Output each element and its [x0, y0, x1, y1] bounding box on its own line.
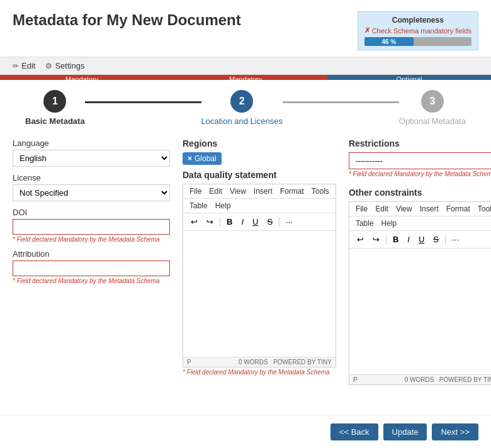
- back-button[interactable]: << Back: [330, 423, 378, 440]
- dqs-mandatory-msg: * Field declared Mandatory by the Metada…: [183, 369, 336, 376]
- step-3-label: Optional Metadata: [399, 116, 466, 126]
- other-footer-words: 0 WORDS POWERED BY TINY: [405, 376, 491, 383]
- other-menu-tools[interactable]: Tools: [474, 203, 491, 215]
- dqs-toolbar-sep1: [220, 217, 220, 227]
- other-editor-footer: P 0 WORDS POWERED BY TINY: [349, 374, 491, 384]
- dqs-footer-p: P: [187, 359, 191, 366]
- other-more-button[interactable]: ···: [448, 233, 463, 246]
- doi-label: DOI: [13, 208, 170, 217]
- other-strikethrough-button[interactable]: S: [429, 233, 443, 246]
- regions-title: Regions: [183, 138, 336, 148]
- steps-row: 1 Basic Metadata 2 Location and Licenses…: [0, 80, 491, 132]
- other-menu-view[interactable]: View: [392, 203, 416, 215]
- doi-input[interactable]: [13, 219, 170, 235]
- completeness-check: ✗ Check Schema mandatory fields: [364, 26, 471, 35]
- attribution-mandatory-msg: * Field declared Mandatory by the Metada…: [13, 277, 170, 284]
- step-2-label: Location and Licenses: [201, 116, 283, 126]
- dqs-editor: File Edit View Insert Format Tools Table…: [183, 184, 336, 367]
- dqs-menubar: File Edit View Insert Format Tools: [183, 184, 336, 199]
- dqs-redo-button[interactable]: ↪: [203, 215, 217, 228]
- other-menubar: File Edit View Insert Format Tools: [349, 202, 491, 216]
- dqs-bold-button[interactable]: B: [223, 215, 236, 228]
- step-2-circle: 2: [230, 90, 253, 113]
- dqs-menu-edit[interactable]: Edit: [205, 186, 226, 197]
- pencil-icon: ✏: [13, 62, 19, 70]
- dqs-toolbar: ↩ ↪ B I U S ···: [183, 213, 336, 231]
- step-progress-bar: Mandatory Mandatory Optional: [0, 75, 491, 80]
- attribution-input[interactable]: [13, 260, 170, 276]
- toolbar: ✏ Edit ⚙ Settings: [0, 57, 491, 75]
- dqs-menu-table[interactable]: Table: [186, 200, 212, 211]
- other-editor-body[interactable]: [349, 249, 491, 374]
- license-label: License: [13, 173, 170, 182]
- attribution-label: Attribution: [13, 249, 170, 259]
- dqs-italic-button[interactable]: I: [237, 215, 247, 228]
- other-undo-button[interactable]: ↩: [353, 233, 368, 246]
- page-footer: << Back Update Next >>: [0, 415, 491, 448]
- step-connector-2-3: [283, 101, 399, 103]
- step-1-circle: 1: [43, 90, 66, 113]
- dqs-menu-view[interactable]: View: [226, 186, 250, 197]
- step-bar-seg3: Optional: [327, 75, 491, 80]
- step-1-label: Basic Metadata: [25, 116, 85, 126]
- other-menu-file[interactable]: File: [352, 203, 371, 215]
- step-1: 1 Basic Metadata: [25, 90, 85, 126]
- language-label: Language: [13, 138, 170, 148]
- dqs-footer-words: 0 WORDS POWERED BY TINY: [239, 359, 332, 366]
- middle-column: Regions × Global Data quality statement …: [183, 138, 336, 385]
- step-bar-seg1: Mandatory: [0, 75, 164, 80]
- restrictions-select[interactable]: ---------- Public Restricted Private: [349, 152, 491, 169]
- other-menu-help[interactable]: Help: [378, 218, 401, 229]
- other-menu-insert[interactable]: Insert: [416, 203, 443, 215]
- other-toolbar-sep2: [445, 235, 446, 245]
- other-italic-button[interactable]: I: [404, 233, 414, 246]
- page-title: Metadata for My New Document: [13, 11, 241, 29]
- main-content: Language English French Spanish German L…: [0, 132, 491, 391]
- other-menu-format[interactable]: Format: [443, 203, 474, 215]
- other-underline-button[interactable]: U: [415, 233, 428, 246]
- language-select[interactable]: English French Spanish German: [13, 150, 170, 167]
- step-connector-1-2: [85, 101, 201, 103]
- other-redo-button[interactable]: ↪: [369, 233, 383, 246]
- check-x-icon: ✗: [364, 26, 370, 35]
- dqs-undo-button[interactable]: ↩: [187, 215, 201, 228]
- license-select[interactable]: Not Specified CC BY CC BY-SA CC BY-NC: [13, 184, 170, 201]
- edit-button[interactable]: ✏ Edit: [13, 61, 35, 70]
- global-tag[interactable]: × Global: [183, 152, 222, 165]
- tag-remove-icon[interactable]: ×: [188, 154, 192, 163]
- left-column: Language English French Spanish German L…: [13, 138, 170, 385]
- other-bold-button[interactable]: B: [389, 233, 402, 246]
- dqs-menu-format[interactable]: Format: [276, 186, 308, 197]
- next-button[interactable]: Next >>: [432, 423, 478, 440]
- dqs-more-button[interactable]: ···: [282, 215, 296, 228]
- other-footer-p: P: [353, 376, 358, 383]
- restrictions-mandatory-msg: * Field declared Mandatory by the Metada…: [349, 171, 491, 177]
- other-constraints-editor: File Edit View Insert Format Tools Table…: [349, 201, 491, 385]
- dqs-menu-tools[interactable]: Tools: [308, 186, 333, 197]
- gear-icon: ⚙: [45, 62, 52, 70]
- step-bar-seg2: Mandatory: [164, 75, 327, 80]
- restrictions-title: Restrictions: [349, 138, 491, 148]
- dqs-underline-button[interactable]: U: [249, 215, 262, 228]
- dqs-menu-insert[interactable]: Insert: [250, 186, 276, 197]
- other-menu-table[interactable]: Table: [352, 218, 378, 229]
- settings-button[interactable]: ⚙ Settings: [45, 61, 84, 70]
- doi-mandatory-msg: * Field declared Mandatory by the Metada…: [13, 236, 170, 243]
- update-button[interactable]: Update: [383, 423, 427, 440]
- dqs-menu-file[interactable]: File: [186, 186, 205, 197]
- dqs-toolbar-sep2: [279, 217, 279, 227]
- right-column: Restrictions ---------- Public Restricte…: [349, 138, 491, 385]
- completeness-box: Completeness ✗ Check Schema mandatory fi…: [358, 11, 478, 50]
- dqs-strikethrough-button[interactable]: S: [263, 215, 276, 228]
- dqs-editor-body[interactable]: [183, 231, 336, 357]
- dqs-editor-footer: P 0 WORDS POWERED BY TINY: [183, 357, 336, 367]
- other-toolbar: ↩ ↪ B I U S ···: [349, 231, 491, 249]
- completeness-bar-fill: 46 %: [364, 37, 414, 46]
- completeness-bar-bg: 46 %: [364, 37, 471, 46]
- other-toolbar-sep1: [386, 235, 387, 245]
- other-secondbar: Table Help: [349, 216, 491, 231]
- step-3: 3 Optional Metadata: [399, 90, 466, 126]
- step-3-circle: 3: [421, 90, 444, 113]
- other-menu-edit[interactable]: Edit: [371, 203, 392, 215]
- dqs-menu-help[interactable]: Help: [212, 200, 235, 211]
